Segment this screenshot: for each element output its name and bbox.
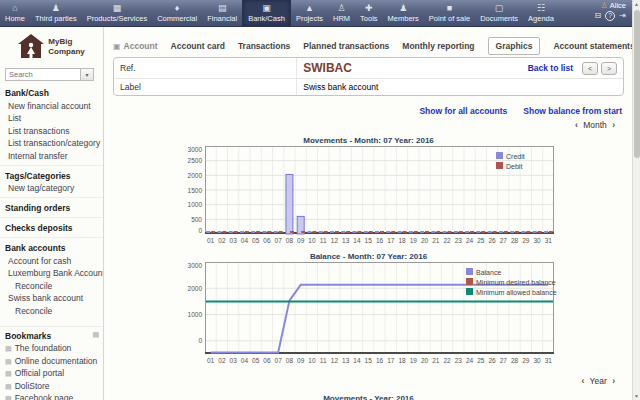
bookmark-item-the-foundation[interactable]: ▤The foundation (5, 343, 99, 353)
sidebar-item-new-tag-category[interactable]: New tag/category (8, 183, 103, 193)
scrollbar-up-arrow[interactable]: ▲ (633, 0, 640, 8)
menu-item-agenda[interactable]: ☷Agenda (523, 0, 559, 26)
help-icon[interactable]: ? (605, 11, 615, 21)
svg-text:28: 28 (510, 237, 518, 244)
tools-icon: ✚ (365, 3, 373, 14)
menu-item-label: Agenda (528, 14, 554, 24)
svg-text:13: 13 (342, 357, 350, 364)
sidebar-item-swiss-bank-account[interactable]: Swiss bank account (8, 293, 103, 303)
svg-text:08: 08 (285, 357, 293, 364)
bookmark-item-dolistore[interactable]: ▤DoliStore (5, 381, 99, 391)
svg-text:25: 25 (477, 357, 485, 364)
tab-transactions[interactable]: Transactions (238, 38, 290, 54)
printer-icon[interactable]: ⊟ (595, 11, 602, 21)
link-show-for-all-accounts[interactable]: Show for all accounts (419, 106, 507, 116)
tab-account-statements[interactable]: Account statements (553, 38, 632, 54)
svg-text:1500: 1500 (187, 187, 202, 194)
label-label: Label (114, 79, 297, 95)
svg-text:18: 18 (398, 237, 406, 244)
next-record-button[interactable]: > (601, 62, 617, 75)
balance-chart-svg: 0102030405060708091011121314151617181920… (181, 262, 557, 366)
menu-item-third-parties[interactable]: ♟Third parties (30, 0, 82, 26)
menu-item-projects[interactable]: ▲Projects (291, 0, 328, 26)
menu-item-documents[interactable]: ▢Documents (475, 0, 523, 26)
menu-item-label: Home (5, 14, 25, 24)
sidebar-item-new-financial-account[interactable]: New financial account (8, 101, 103, 111)
svg-text:04: 04 (240, 357, 248, 364)
tab-planned-transactions[interactable]: Planned transactions (303, 38, 389, 54)
hrm-icon: ♙ (337, 3, 345, 14)
menu-item-hrm[interactable]: ♙HRM (328, 0, 355, 26)
menu-item-tools[interactable]: ✚Tools (355, 0, 383, 26)
svg-text:26: 26 (488, 357, 496, 364)
sidebar-item-list-transactions[interactable]: List transactions (8, 126, 103, 136)
logout-icon[interactable]: ⇥ (619, 11, 626, 21)
page-scrollbar[interactable]: ▲ ▼ (632, 0, 640, 400)
bookmarks-section: Bookmarks ▤ ▤The foundation▤Online docum… (0, 326, 103, 400)
bookmark-icon: ▤ (5, 345, 12, 352)
scrollbar-down-arrow[interactable]: ▼ (633, 392, 640, 400)
sidebar-section-checks-deposits: Checks deposits (0, 217, 103, 233)
prev-record-button[interactable]: < (582, 62, 598, 75)
sidebar-item-reconcile[interactable]: Reconcile (15, 281, 103, 291)
svg-text:04: 04 (240, 237, 248, 244)
tab-account-card[interactable]: Account card (171, 38, 225, 54)
svg-text:08: 08 (285, 237, 293, 244)
menu-item-label: Bank/Cash (248, 14, 285, 24)
search-dropdown-button[interactable]: ▾ (81, 68, 94, 81)
bookmark-item-facebook-page[interactable]: ▤Facebook page (5, 393, 99, 400)
menu-item-bank-cash[interactable]: ▣Bank/Cash (242, 0, 291, 26)
svg-text:15: 15 (364, 237, 372, 244)
menu-item-home[interactable]: ⌂Home (0, 0, 30, 26)
quick-icons: ⊟?⇥ (595, 11, 626, 21)
svg-text:2500: 2500 (187, 157, 202, 164)
sidebar-section-title: Bank/Cash (5, 88, 103, 98)
company-logo[interactable]: MyBig Company (4, 34, 99, 59)
month-nav: ‹ Month › (119, 120, 618, 130)
svg-text:30: 30 (533, 357, 541, 364)
menu-item-label: Point of sale (429, 14, 470, 24)
menu-item-label: Documents (480, 14, 518, 24)
products-services-icon: ▦ (113, 3, 122, 14)
search-input[interactable] (5, 68, 81, 81)
menu-item-products-services[interactable]: ▦Products/Services (82, 0, 152, 26)
month-next-arrow[interactable]: › (609, 120, 618, 130)
menu-item-financial[interactable]: ▤Financial (202, 0, 242, 26)
sidebar-section-bank-accounts: Bank accountsAccount for cashLuxemburg B… (0, 237, 103, 316)
menu-item-members[interactable]: ♟Members (383, 0, 424, 26)
link-show-balance-from-start[interactable]: Show balance from start (523, 106, 622, 116)
bookmark-item-online-documentation[interactable]: ▤Online documentation (5, 356, 99, 366)
svg-text:1000: 1000 (187, 201, 202, 208)
sidebar-section-tags-categories: Tags/CategoriesNew tag/category (0, 165, 103, 194)
month-prev-arrow[interactable]: ‹ (572, 120, 581, 130)
tab-monthly-reporting[interactable]: Monthly reporting (402, 38, 474, 54)
svg-text:16: 16 (375, 237, 383, 244)
sidebar-item-account-for-cash[interactable]: Account for cash (8, 256, 103, 266)
bookmark-icon: ▤ (5, 370, 12, 377)
tab-graphics[interactable]: Graphics (488, 37, 541, 55)
sidebar-item-list[interactable]: List (8, 113, 103, 123)
sidebar-item-luxemburg-bank-account[interactable]: Luxemburg Bank Account (8, 268, 103, 278)
svg-text:10: 10 (308, 237, 316, 244)
svg-text:11: 11 (319, 237, 326, 244)
menu-item-point-of-sale[interactable]: ■Point of sale (424, 0, 475, 26)
svg-text:19: 19 (409, 237, 417, 244)
members-icon: ♟ (399, 3, 407, 14)
bookmark-item-official-portal[interactable]: ▤Official portal (5, 368, 99, 378)
sidebar-item-list-transaction-category[interactable]: List transaction/category (8, 138, 103, 148)
year-prev-arrow[interactable]: ‹ (579, 376, 588, 386)
user-menu[interactable]: ♙Alice (595, 1, 626, 10)
year-next-arrow[interactable]: › (609, 376, 618, 386)
back-to-list-link[interactable]: Back to list (528, 63, 573, 73)
svg-text:3000: 3000 (187, 146, 202, 153)
scrollbar-thumb[interactable] (634, 10, 640, 158)
svg-text:31: 31 (544, 357, 552, 364)
sidebar-item-internal-transfer[interactable]: Internal transfer (8, 151, 103, 161)
bookmarks-manage-icon[interactable]: ▤ (92, 331, 99, 341)
svg-text:01: 01 (207, 357, 215, 364)
menu-item-commercial[interactable]: ♦Commercial (152, 0, 202, 26)
svg-text:Minimum allowed balance: Minimum allowed balance (476, 289, 557, 296)
svg-text:500: 500 (191, 216, 202, 223)
svg-text:2000: 2000 (187, 172, 202, 179)
sidebar-item-reconcile[interactable]: Reconcile (15, 306, 103, 316)
